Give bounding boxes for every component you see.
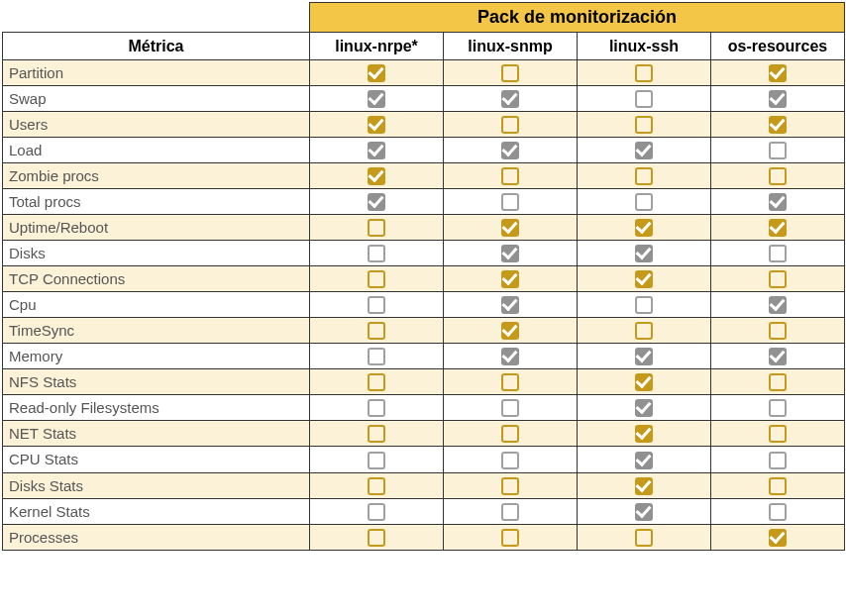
metric-label: Cpu (3, 292, 310, 318)
metric-label: Users (3, 112, 310, 138)
checkbox-checked-icon (635, 399, 653, 417)
matrix-cell (310, 163, 444, 189)
table-row: TimeSync (3, 318, 845, 344)
matrix-cell (578, 215, 711, 241)
checkbox-empty-icon (501, 452, 519, 469)
checkbox-checked-icon (769, 193, 787, 211)
matrix-cell (578, 421, 711, 447)
metric-label: TCP Connections (3, 266, 310, 292)
matrix-cell (711, 369, 845, 395)
checkbox-empty-icon (501, 167, 519, 185)
checkbox-empty-icon (769, 425, 787, 443)
checkbox-checked-icon (368, 193, 385, 211)
matrix-cell (310, 318, 444, 344)
matrix-cell (310, 447, 444, 472)
table-row: Partition (3, 60, 845, 86)
table-row: TCP Connections (3, 266, 845, 292)
checkbox-empty-icon (635, 116, 653, 134)
checkbox-checked-icon (635, 503, 653, 521)
matrix-cell (310, 86, 444, 112)
checkbox-empty-icon (769, 452, 787, 469)
metric-label: Partition (3, 60, 310, 86)
matrix-cell (578, 266, 711, 292)
checkbox-empty-icon (769, 373, 787, 391)
matrix-cell (310, 524, 444, 550)
matrix-cell (711, 266, 845, 292)
checkbox-empty-icon (368, 245, 385, 262)
metric-label: Processes (3, 524, 310, 550)
matrix-cell (310, 472, 444, 498)
matrix-cell (310, 112, 444, 138)
checkbox-empty-icon (501, 116, 519, 134)
table-row: Cpu (3, 292, 845, 318)
checkbox-empty-icon (501, 399, 519, 417)
table-row: Kernel Stats (3, 498, 845, 524)
checkbox-checked-icon (769, 64, 787, 82)
table-row: Memory (3, 344, 845, 369)
checkbox-checked-icon (769, 116, 787, 134)
checkbox-empty-icon (368, 425, 385, 443)
table-row: Users (3, 112, 845, 138)
matrix-cell (310, 241, 444, 266)
matrix-cell (578, 86, 711, 112)
checkbox-empty-icon (368, 399, 385, 417)
metric-label: TimeSync (3, 318, 310, 344)
matrix-cell (711, 163, 845, 189)
checkbox-checked-icon (368, 167, 385, 185)
matrix-cell (444, 215, 578, 241)
matrix-cell (711, 112, 845, 138)
checkbox-checked-icon (368, 64, 385, 82)
metric-label: NET Stats (3, 421, 310, 447)
matrix-cell (711, 318, 845, 344)
matrix-cell (711, 524, 845, 550)
matrix-cell (711, 472, 845, 498)
checkbox-checked-icon (635, 270, 653, 288)
matrix-cell (578, 60, 711, 86)
metric-label: NFS Stats (3, 369, 310, 395)
matrix-cell (444, 292, 578, 318)
matrix-cell (711, 498, 845, 524)
checkbox-empty-icon (501, 503, 519, 521)
checkbox-empty-icon (635, 529, 653, 547)
checkbox-checked-icon (501, 219, 519, 237)
matrix-cell (444, 86, 578, 112)
matrix-cell (444, 266, 578, 292)
matrix-cell (578, 138, 711, 163)
metric-label: Uptime/Reboot (3, 215, 310, 241)
matrix-cell (444, 138, 578, 163)
checkbox-checked-icon (635, 219, 653, 237)
metric-label: Load (3, 138, 310, 163)
matrix-cell (711, 86, 845, 112)
checkbox-empty-icon (635, 322, 653, 340)
matrix-cell (578, 112, 711, 138)
table-row: Swap (3, 86, 845, 112)
matrix-cell (444, 318, 578, 344)
checkbox-checked-icon (501, 142, 519, 159)
matrix-cell (711, 241, 845, 266)
matrix-cell (310, 369, 444, 395)
checkbox-checked-icon (769, 90, 787, 108)
checkbox-empty-icon (769, 167, 787, 185)
table-row: CPU Stats (3, 447, 845, 472)
checkbox-empty-icon (368, 529, 385, 547)
checkbox-empty-icon (769, 503, 787, 521)
matrix-cell (578, 369, 711, 395)
checkbox-empty-icon (501, 477, 519, 495)
pack-column-header: os-resources (711, 33, 845, 60)
matrix-cell (444, 421, 578, 447)
checkbox-empty-icon (368, 477, 385, 495)
checkbox-checked-icon (635, 245, 653, 262)
matrix-cell (578, 292, 711, 318)
checkbox-checked-icon (501, 245, 519, 262)
checkbox-empty-icon (769, 322, 787, 340)
metric-label: Zombie procs (3, 163, 310, 189)
matrix-cell (310, 498, 444, 524)
metric-label: Disks (3, 241, 310, 266)
checkbox-empty-icon (769, 399, 787, 417)
checkbox-empty-icon (635, 296, 653, 314)
checkbox-checked-icon (501, 296, 519, 314)
checkbox-checked-icon (368, 116, 385, 134)
checkbox-empty-icon (769, 142, 787, 159)
matrix-cell (444, 369, 578, 395)
checkbox-checked-icon (769, 219, 787, 237)
